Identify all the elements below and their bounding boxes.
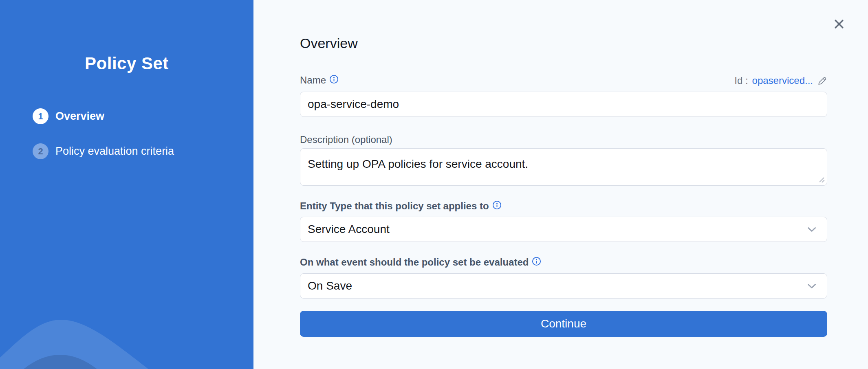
id-label: Id :: [734, 75, 748, 86]
sidebar-item-policy-evaluation-criteria[interactable]: 2 Policy evaluation criteria: [33, 143, 174, 159]
close-button[interactable]: [833, 18, 845, 30]
step-1-indicator: 1: [33, 108, 48, 124]
step-2-label: Policy evaluation criteria: [55, 145, 174, 158]
close-icon: [834, 19, 844, 29]
sidebar-title: Policy Set: [0, 54, 253, 73]
event-select[interactable]: On Save: [300, 273, 827, 299]
info-icon[interactable]: [492, 200, 502, 210]
step-1-label: Overview: [55, 110, 104, 123]
continue-button[interactable]: Continue: [300, 311, 827, 337]
wizard-sidebar: Policy Set 1 Overview 2 Policy evaluatio…: [0, 0, 253, 369]
entity-type-value: Service Account: [300, 223, 390, 236]
chevron-down-icon: [807, 283, 816, 289]
edit-pencil-icon: [817, 76, 827, 86]
step-2-indicator: 2: [33, 143, 48, 159]
name-label-row: Name: [300, 74, 339, 86]
chevron-down-icon: [807, 227, 816, 232]
id-row: Id : opaserviced...: [734, 75, 827, 86]
edit-id-button[interactable]: [817, 76, 827, 86]
entity-type-label-row: Entity Type that this policy set applies…: [300, 200, 502, 212]
description-label: Description (optional): [300, 134, 392, 146]
name-input[interactable]: [300, 92, 827, 117]
event-value: On Save: [300, 279, 352, 292]
event-label-row: On what event should the policy set be e…: [300, 256, 541, 268]
name-label: Name: [300, 74, 326, 86]
page-title: Overview: [300, 35, 358, 51]
policy-set-modal: Policy Set 1 Overview 2 Policy evaluatio…: [0, 0, 868, 369]
description-textarea[interactable]: Setting up OPA policies for service acco…: [300, 148, 827, 186]
decorative-waves: [0, 318, 253, 369]
entity-type-select[interactable]: Service Account: [300, 217, 827, 242]
id-link[interactable]: opaserviced...: [752, 75, 813, 86]
description-label-row: Description (optional): [300, 134, 392, 146]
sidebar-item-overview[interactable]: 1 Overview: [33, 108, 104, 124]
event-label: On what event should the policy set be e…: [300, 256, 529, 268]
overview-form-panel: Overview Name Id : opaserviced...: [253, 0, 868, 369]
info-icon[interactable]: [329, 75, 339, 84]
description-textarea-wrap: Setting up OPA policies for service acco…: [300, 148, 827, 186]
entity-type-label: Entity Type that this policy set applies…: [300, 200, 489, 212]
info-icon[interactable]: [532, 257, 541, 266]
